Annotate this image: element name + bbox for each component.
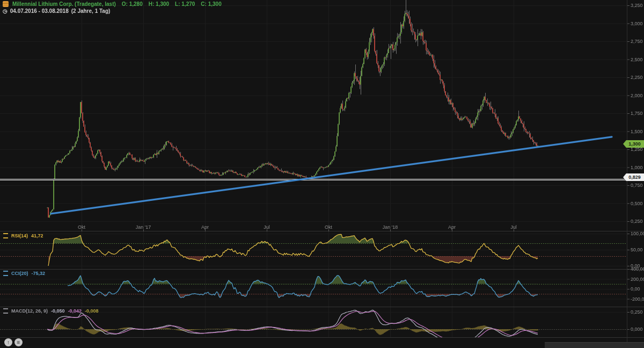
instrument-header: Millennial Lithium Corp. (Tradegate, las… <box>3 1 222 7</box>
date-range: 04.07.2016 - 03.08.2018 <box>10 8 69 14</box>
time-tick-label: Okt <box>325 224 332 230</box>
ohlc-low: L: 1,270 <box>175 1 195 7</box>
rsi-label: RSI(14) <box>11 233 28 238</box>
cci-tick-label: 200,00 <box>631 277 644 282</box>
time-tick-label: Jan '17 <box>136 224 151 230</box>
time-tick-label: Jul <box>264 224 270 230</box>
rsi-tick-label: 100,00 <box>631 231 644 236</box>
price-tick-label: 2,750 <box>631 39 643 44</box>
instrument-name: Millennial Lithium Corp. (Tradegate, las… <box>12 1 116 7</box>
price-tick-label: 1,750 <box>631 111 643 116</box>
macd-value: -0,050 <box>51 308 65 314</box>
time-tick-label: Jul <box>510 224 517 230</box>
scroll-up-button[interactable]: ↑ <box>4 338 12 346</box>
instrument-icon <box>3 1 9 7</box>
price-tick-label: 1,500 <box>631 129 643 134</box>
price-tick-label: 3,000 <box>631 21 643 26</box>
price-tick-label: 3,250 <box>631 3 643 8</box>
time-tick-label: Okt <box>78 224 85 230</box>
price-tick-label: 2,500 <box>631 57 643 62</box>
time-tick-label: Apr <box>201 224 209 230</box>
time-tick-label: Jan '18 <box>383 224 398 230</box>
macd-drag-icon[interactable] <box>3 308 8 314</box>
rsi-value: 41,72 <box>31 233 43 238</box>
chart-canvas[interactable] <box>0 0 644 348</box>
date-range-row: ◷ 04.07.2016 - 03.08.2018 (2 Jahre, 1 Ta… <box>3 8 110 14</box>
cci-tick-label: 400,00 <box>631 266 644 272</box>
macd-indicator-row[interactable]: MACD(12, 26, 9) -0,050 -0,042 -0,008 <box>3 308 99 314</box>
price-tick-label: 2,250 <box>631 75 643 80</box>
rsi-drag-icon[interactable] <box>3 233 8 238</box>
level-price-badge: 0,829 <box>623 173 644 181</box>
price-tick-label: 0,500 <box>631 201 643 206</box>
time-tick-label: Apr <box>448 224 456 230</box>
bottom-right-panel-edge <box>545 342 644 348</box>
macd-signal-value: -0,042 <box>68 308 82 314</box>
price-tick-label: 0,750 <box>631 183 643 188</box>
cci-drag-icon[interactable] <box>3 271 8 276</box>
clock-icon: ◷ <box>3 8 8 14</box>
rsi-indicator-row[interactable]: RSI(14) 41,72 <box>3 233 43 238</box>
cci-label: CCI(20) <box>11 271 28 276</box>
last-price-badge: 1,300 <box>623 140 644 148</box>
ohlc-high: H: 1,300 <box>149 1 169 7</box>
period-info: (2 Jahre, 1 Tag) <box>71 8 111 14</box>
ohlc-close: C: 1,300 <box>201 1 221 7</box>
macd-tick-label: 0,250 <box>631 309 643 315</box>
macd-label: MACD(12, 26, 9) <box>11 308 48 314</box>
ohlc-open: O: 1,280 <box>122 1 143 7</box>
price-tick-label: 0,250 <box>631 219 643 224</box>
macd-tick-label: 0,000 <box>631 327 643 332</box>
panel-menu-button[interactable]: ≡ <box>14 338 23 346</box>
cci-tick-label: 0,00 <box>631 286 640 292</box>
chart-app: Millennial Lithium Corp. (Tradegate, las… <box>0 0 644 348</box>
cci-tick-label: -200,00 <box>631 296 644 302</box>
cci-indicator-row[interactable]: CCI(20) -75,32 <box>3 271 45 276</box>
macd-hist-value: -0,008 <box>85 308 99 314</box>
price-tick-label: 1,000 <box>631 165 643 170</box>
rsi-tick-label: 50,00 <box>631 247 643 252</box>
cci-value: -75,32 <box>32 271 46 276</box>
price-tick-label: 2,000 <box>631 93 643 98</box>
